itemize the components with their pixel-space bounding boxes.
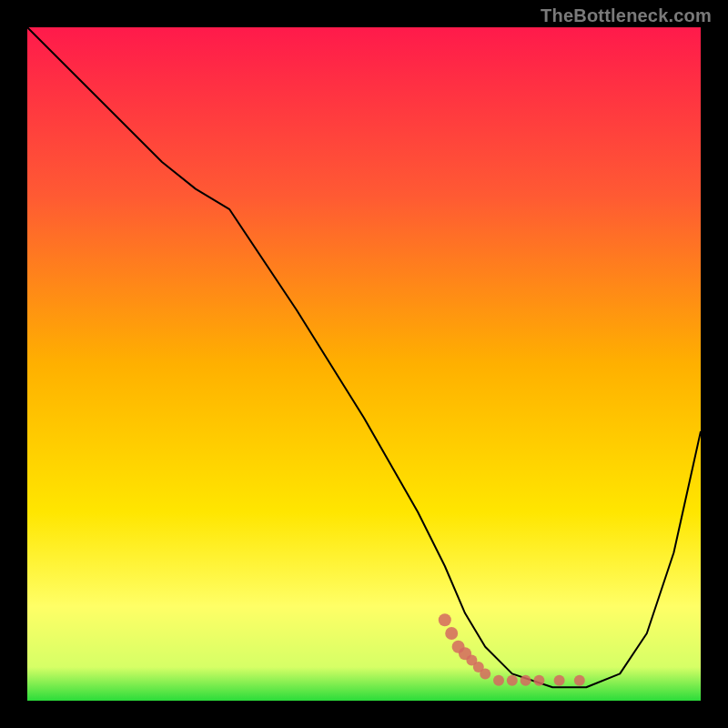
highlight-dot (533, 675, 544, 686)
highlight-dot (439, 613, 451, 626)
plot-area (27, 27, 701, 701)
highlight-dot (574, 675, 585, 686)
highlight-dot (521, 675, 531, 686)
chart-svg (27, 27, 701, 701)
watermark-label: TheBottleneck.com (541, 5, 712, 26)
highlight-dot (493, 675, 504, 686)
highlight-dot (480, 668, 490, 679)
chart-frame: TheBottleneck.com (0, 0, 728, 728)
highlight-dot (507, 675, 518, 686)
highlight-dot (554, 675, 565, 686)
highlight-dot (445, 627, 458, 640)
